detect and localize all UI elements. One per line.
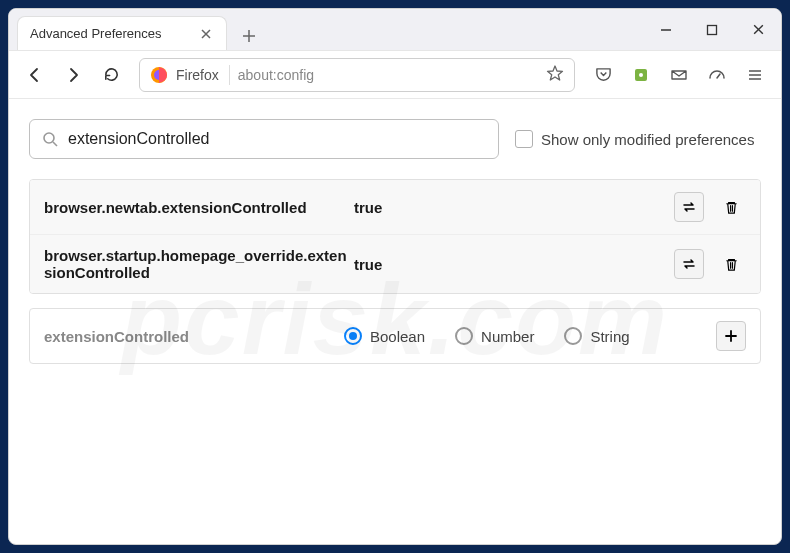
url-text: about:config: [238, 67, 538, 83]
type-radio-group: Boolean Number String: [344, 327, 716, 345]
add-preference-table: extensionControlled Boolean Number Strin…: [29, 308, 761, 364]
preference-search-box[interactable]: [29, 119, 499, 159]
page-content: Show only modified preferences browser.n…: [9, 99, 781, 384]
delete-button[interactable]: [716, 192, 746, 222]
separator: [229, 65, 230, 85]
radio-number[interactable]: Number: [455, 327, 534, 345]
reload-button[interactable]: [95, 59, 127, 91]
radio-icon: [344, 327, 362, 345]
extension-icon[interactable]: [625, 59, 657, 91]
maximize-button[interactable]: [689, 9, 735, 51]
window-controls: [643, 9, 781, 51]
add-preference-name: extensionControlled: [44, 328, 344, 345]
add-button[interactable]: [716, 321, 746, 351]
radio-label: String: [590, 328, 629, 345]
mail-icon[interactable]: [663, 59, 695, 91]
firefox-logo-icon: [150, 66, 168, 84]
delete-button[interactable]: [716, 249, 746, 279]
nav-toolbar: Firefox about:config: [9, 51, 781, 99]
preference-name: browser.newtab.extensionControlled: [44, 199, 354, 216]
preference-actions: [674, 192, 746, 222]
pocket-icon[interactable]: [587, 59, 619, 91]
browser-tab[interactable]: Advanced Preferences: [17, 16, 227, 50]
tab-title: Advanced Preferences: [30, 26, 198, 41]
browser-window: Advanced Preferences Firefox abou: [8, 8, 782, 545]
search-row: Show only modified preferences: [29, 119, 761, 159]
preference-row[interactable]: browser.newtab.extensionControlled true: [30, 180, 760, 235]
dashboard-icon[interactable]: [701, 59, 733, 91]
titlebar: Advanced Preferences: [9, 9, 781, 51]
preferences-table: browser.newtab.extensionControlled true …: [29, 179, 761, 294]
svg-rect-0: [708, 25, 717, 34]
toggle-button[interactable]: [674, 249, 704, 279]
radio-label: Boolean: [370, 328, 425, 345]
radio-label: Number: [481, 328, 534, 345]
radio-icon: [564, 327, 582, 345]
bookmark-star-icon[interactable]: [546, 64, 564, 86]
svg-point-4: [639, 73, 643, 77]
back-button[interactable]: [19, 59, 51, 91]
url-bar[interactable]: Firefox about:config: [139, 58, 575, 92]
toggle-button[interactable]: [674, 192, 704, 222]
preference-actions: [674, 249, 746, 279]
close-window-button[interactable]: [735, 9, 781, 51]
radio-boolean[interactable]: Boolean: [344, 327, 425, 345]
menu-button[interactable]: [739, 59, 771, 91]
radio-icon: [455, 327, 473, 345]
preference-value: true: [354, 256, 674, 273]
show-modified-checkbox[interactable]: Show only modified preferences: [515, 130, 754, 148]
add-preference-row: extensionControlled Boolean Number Strin…: [30, 309, 760, 363]
minimize-button[interactable]: [643, 9, 689, 51]
url-identity-label: Firefox: [176, 67, 219, 83]
search-icon: [42, 131, 58, 147]
search-input[interactable]: [68, 130, 486, 148]
new-tab-button[interactable]: [235, 22, 263, 50]
checkbox-icon: [515, 130, 533, 148]
svg-point-5: [44, 133, 54, 143]
preference-value: true: [354, 199, 674, 216]
checkbox-label: Show only modified preferences: [541, 131, 754, 148]
preference-row[interactable]: browser.startup.homepage_override.extens…: [30, 235, 760, 293]
radio-string[interactable]: String: [564, 327, 629, 345]
forward-button[interactable]: [57, 59, 89, 91]
tabstrip: Advanced Preferences: [9, 9, 643, 50]
preference-name: browser.startup.homepage_override.extens…: [44, 247, 354, 281]
close-tab-icon[interactable]: [198, 26, 214, 42]
